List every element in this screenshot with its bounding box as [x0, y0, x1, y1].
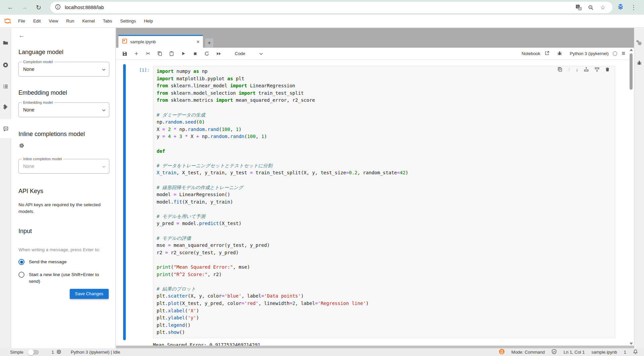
toolbar-menu-icon[interactable]: ≡ [622, 50, 625, 57]
code-line [157, 278, 611, 285]
running-kernels-icon[interactable] [0, 57, 11, 72]
notification-count[interactable]: 1 [624, 350, 626, 355]
toggle-knob[interactable] [28, 349, 34, 355]
radio-unselected-icon[interactable] [18, 272, 24, 278]
cursor-position[interactable]: Ln 1, Col 1 [564, 350, 585, 355]
browser-chrome: ← → ↻ localhost:8888/lab GA ☆ ⋮ [0, 0, 644, 15]
menu-run[interactable]: Run [62, 15, 78, 27]
save-changes-button[interactable]: Save Changes [70, 289, 109, 299]
copy-cells-icon[interactable] [157, 51, 163, 56]
bookmark-star-icon[interactable]: ☆ [598, 2, 608, 12]
code-editor[interactable]: import numpy as npimport matplotlib.pypl… [153, 66, 615, 338]
scroll-down-icon[interactable] [630, 343, 633, 345]
interrupt-kernel-icon[interactable] [192, 51, 198, 56]
external-link-icon[interactable] [545, 51, 549, 56]
horizontal-scrollbar[interactable] [116, 346, 634, 348]
completion-model-select[interactable]: Completion model None [18, 62, 109, 77]
kernel-status-text[interactable]: Python 3 (ipykernel) | Idle [71, 350, 120, 355]
code-line: from sklearn.model_selection import trai… [157, 90, 611, 97]
inline-completion-model-select[interactable]: Inline completion model None [18, 159, 109, 174]
kernel-name[interactable]: Python 3 (ipykernel) [570, 51, 609, 56]
cell-type-dropdown[interactable]: Code [235, 51, 263, 56]
delete-cell-icon[interactable] [605, 67, 610, 72]
radio-selected-icon[interactable] [18, 259, 24, 265]
input-help-text: When writing a message, press Enter to: [18, 246, 103, 253]
command-mode-indicator[interactable]: Mode: Command [512, 350, 545, 355]
code-line: import matplotlib.pyplot as plt [157, 75, 611, 83]
browser-menu-icon[interactable]: ⋮ [631, 4, 637, 11]
code-line: mse = mean_squared_error(y_test, y_pred) [157, 242, 611, 249]
menu-view[interactable]: View [45, 15, 62, 27]
code-line: # モデルを用いて予測 [157, 213, 611, 220]
menu-help[interactable]: Help [140, 15, 157, 27]
notebook-tools-link[interactable]: Notebook [522, 51, 540, 56]
jupyternaut-icon[interactable] [499, 349, 505, 356]
move-cell-up-icon[interactable]: ↑ [568, 66, 571, 72]
address-bar[interactable]: localhost:8888/lab GA ☆ [50, 2, 612, 13]
chevron-down-icon [102, 66, 106, 72]
code-line: X = 2 * np.random.rand(100, 1) [157, 126, 611, 133]
embedding-model-value: None [23, 107, 102, 113]
browser-reload-button[interactable]: ↻ [33, 2, 44, 13]
move-cell-down-icon[interactable]: ↓ [576, 66, 579, 72]
notebook-tab-title: sample.ipynb [130, 39, 194, 44]
kernel-status-icon[interactable] [613, 51, 617, 56]
site-info-icon[interactable] [55, 4, 61, 11]
code-line: y_pred = model.predict(X_test) [157, 220, 611, 227]
run-cell-icon[interactable] [180, 51, 186, 56]
table-of-contents-icon[interactable] [0, 79, 11, 94]
extension-icon[interactable] [617, 3, 624, 11]
browser-forward-button[interactable]: → [19, 2, 30, 13]
extension-manager-icon[interactable] [0, 100, 11, 115]
radio-send-message[interactable]: Send the message [18, 259, 109, 265]
menu-kernel[interactable]: Kernel [78, 15, 99, 27]
scroll-up-icon[interactable] [630, 49, 633, 51]
embedding-model-label: Embedding model [22, 100, 54, 104]
file-browser-icon[interactable] [0, 35, 11, 50]
kernel-sessions-indicator[interactable]: 1 [52, 349, 61, 355]
chip-icon [56, 349, 61, 355]
simple-mode-toggle[interactable] [28, 350, 39, 355]
insert-cell-below-icon[interactable] [594, 67, 600, 72]
debugger-panel-icon[interactable] [634, 55, 644, 70]
inline-completions-heading: Inline completions model [18, 131, 109, 138]
new-tab-button[interactable]: + [205, 38, 213, 48]
restart-run-all-icon[interactable] [216, 51, 221, 56]
save-icon[interactable] [122, 51, 127, 56]
translate-icon[interactable]: GA [574, 2, 584, 12]
bell-icon[interactable] [633, 349, 638, 355]
notebook-scrollbar[interactable] [629, 48, 634, 346]
code-line: def [157, 148, 611, 155]
trust-shield-icon[interactable] [551, 349, 557, 355]
inline-completions-settings-icon[interactable] [18, 142, 109, 150]
menu-tabs[interactable]: Tabs [99, 15, 116, 27]
panel-back-button[interactable]: ← [18, 32, 109, 40]
jupyter-ai-chat-icon[interactable] [0, 119, 11, 138]
code-line [157, 155, 611, 162]
cut-cells-icon[interactable]: ✂ [145, 50, 151, 57]
menu-edit[interactable]: Edit [29, 15, 45, 27]
paste-cells-icon[interactable] [169, 51, 174, 56]
menu-file[interactable]: File [14, 15, 29, 27]
status-bar: Simple 1 Python 3 (ipykernel) | Idle Mod… [0, 348, 644, 356]
duplicate-cell-icon[interactable] [557, 67, 562, 72]
scrollbar-thumb[interactable] [630, 53, 633, 90]
debugger-icon[interactable] [557, 51, 562, 57]
insert-cell-icon[interactable]: + [133, 50, 139, 57]
code-line [157, 104, 611, 112]
code-line: plt.ylabel('y') [157, 314, 611, 322]
radio-new-line[interactable]: Start a new line (use Shift+Enter to sen… [18, 271, 109, 285]
tab-close-icon[interactable]: × [197, 39, 200, 45]
url-text[interactable]: localhost:8888/lab [65, 5, 572, 10]
embedding-model-select[interactable]: Embedding model None [18, 102, 109, 117]
code-line [157, 256, 611, 264]
insert-cell-above-icon[interactable] [584, 67, 589, 72]
browser-back-button[interactable]: ← [5, 2, 16, 13]
cell-collapser[interactable] [123, 64, 126, 340]
menu-settings[interactable]: Settings [116, 15, 140, 27]
zoom-icon[interactable] [586, 2, 596, 12]
notebook-tab[interactable]: sample.ipynb × [118, 35, 203, 48]
code-line: np.random.seed(0) [157, 119, 611, 126]
property-inspector-icon[interactable] [634, 35, 644, 50]
restart-kernel-icon[interactable] [204, 51, 210, 56]
